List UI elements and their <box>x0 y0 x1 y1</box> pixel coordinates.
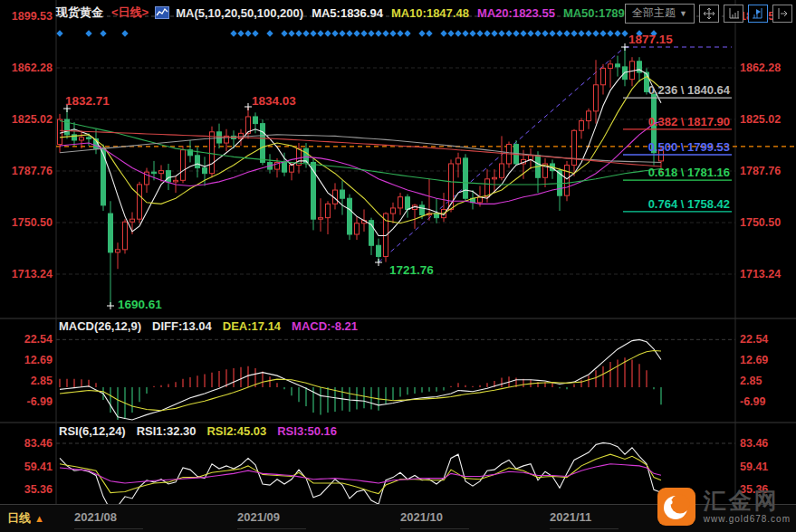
event-dot-icon <box>389 30 396 36</box>
event-dot-icon <box>85 30 91 36</box>
candle-body <box>355 223 360 234</box>
candle-body <box>391 208 396 214</box>
event-dot-icon <box>56 30 62 36</box>
ma200-line <box>60 130 661 166</box>
axis-left-icon <box>727 7 740 20</box>
candle-body <box>587 111 591 121</box>
candle-body <box>304 148 309 162</box>
pane-collapse-button[interactable] <box>772 5 792 23</box>
candle-body <box>500 164 504 177</box>
event-dot-icon <box>418 30 425 36</box>
rsi1-value: RSI1:32.30 <box>137 424 197 438</box>
rsi2-line <box>60 454 661 493</box>
axis-tick-label: 1899.53 <box>12 10 53 23</box>
axis-tick-label: 12.69 <box>740 354 768 366</box>
event-dot-icon <box>563 30 570 36</box>
ma-settings-label: MA(5,10,20,50,100,200) <box>176 6 303 20</box>
event-dot-icon <box>571 30 577 36</box>
symbol-title: 现货黄金 <box>56 5 103 21</box>
candle-body <box>196 156 200 168</box>
event-dot-icon <box>513 30 519 36</box>
axis-tick-label: 2.85 <box>31 375 53 387</box>
event-dot-icon <box>237 30 244 36</box>
event-dot-icon <box>462 30 468 36</box>
candle-body <box>167 171 171 182</box>
y-axis-left-button[interactable] <box>724 5 743 23</box>
event-dot-icon <box>397 30 403 36</box>
event-dot-icon <box>534 30 541 36</box>
month-label: 2021/09 <box>237 510 280 524</box>
price-annotation: 1832.71 <box>65 94 110 108</box>
move-icon <box>703 7 715 20</box>
candle-body <box>449 164 454 209</box>
period-selector[interactable]: 日线▲ <box>7 510 44 527</box>
candle-body <box>109 214 113 252</box>
rsi1-line <box>60 442 661 509</box>
pan-tool-button[interactable] <box>699 5 719 23</box>
y-axis-right-button[interactable] <box>748 5 768 23</box>
candle-body <box>261 124 265 163</box>
candle-body <box>478 197 483 203</box>
candle-body <box>580 121 584 131</box>
axis-tick-label: -6.99 <box>740 395 766 408</box>
chart-canvas[interactable]: 0.236 \ 1840.640.382 \ 1817.900.500 \ 17… <box>0 0 796 532</box>
theme-dropdown-button[interactable]: 全部主题 ▼ <box>625 4 695 24</box>
axis-tick-label: 59.41 <box>740 461 768 473</box>
fib-level-label: 0.236 \ 1840.64 <box>648 83 731 97</box>
candle-body <box>565 166 570 196</box>
month-label: 2021/11 <box>550 510 591 524</box>
rsi3-value: RSI3:50.16 <box>277 424 337 438</box>
candle-body <box>609 64 613 69</box>
event-dot-icon <box>607 30 613 36</box>
price-annotation: 1690.61 <box>118 298 162 311</box>
candle-body <box>616 64 620 67</box>
event-dot-icon <box>592 30 599 36</box>
event-dot-icon <box>578 30 584 36</box>
axis-tick-label: 22.54 <box>740 333 768 346</box>
axis-tick-label: 1862.28 <box>12 62 53 74</box>
event-dot-icon <box>245 30 251 36</box>
axis-tick-label: 1713.24 <box>12 268 53 280</box>
candle-body <box>58 119 62 145</box>
candle-body <box>159 171 164 174</box>
event-dot-icon <box>426 30 432 36</box>
event-dot-icon <box>295 30 302 36</box>
event-dot-icon <box>505 30 512 36</box>
event-dot-icon <box>368 30 374 36</box>
axis-tick-label: 2.85 <box>740 375 762 387</box>
axis-tick-label: 1787.76 <box>740 165 781 177</box>
fib-level-label: 0.618 \ 1781.16 <box>648 166 730 179</box>
month-underline <box>400 528 469 529</box>
axis-tick-label: 12.69 <box>24 354 53 366</box>
event-dot-icon <box>382 30 388 36</box>
macd-dea-line <box>60 351 661 411</box>
fib-retracement[interactable]: 0.236 \ 1840.640.382 \ 1817.900.500 \ 17… <box>623 83 732 212</box>
event-dot-icon <box>324 30 331 36</box>
event-dot-icon <box>527 30 533 36</box>
trading-app-window: 0.236 \ 1840.640.382 \ 1817.900.500 \ 17… <box>0 0 796 532</box>
event-dot-icon <box>484 30 490 36</box>
axis-tick-label: 1750.50 <box>12 216 53 229</box>
event-dot-icon <box>100 30 106 36</box>
event-dot-icon <box>556 30 562 36</box>
candle-body <box>594 85 599 111</box>
rsi-header: RSI(6,12,24) RSI1:32.30 RSI2:45.03 RSI3:… <box>59 424 337 438</box>
event-dot-icon <box>520 30 526 36</box>
event-dot-icon <box>542 30 548 36</box>
candle-body <box>601 68 606 84</box>
candles-layer <box>58 47 664 305</box>
candle-body <box>406 197 410 210</box>
candle-body <box>456 158 461 164</box>
event-dot-icon <box>346 30 352 36</box>
axis-tick-label: 59.41 <box>24 461 53 473</box>
candle-body <box>130 219 135 222</box>
macd-panel <box>60 339 661 420</box>
chart-header: 现货黄金 <日线> MA(5,10,20,50,100,200) MA5:183… <box>56 5 635 21</box>
month-label: 2021/10 <box>400 510 443 524</box>
fib-level-label: 0.764 \ 1758.42 <box>648 197 730 211</box>
rsi-title: RSI(6,12,24) <box>59 424 126 438</box>
event-dot-icon <box>491 30 497 36</box>
site-watermark: 汇金网 www.gold678.com <box>657 487 791 527</box>
event-dot-icon <box>375 30 381 36</box>
event-dot-icon <box>281 30 287 36</box>
